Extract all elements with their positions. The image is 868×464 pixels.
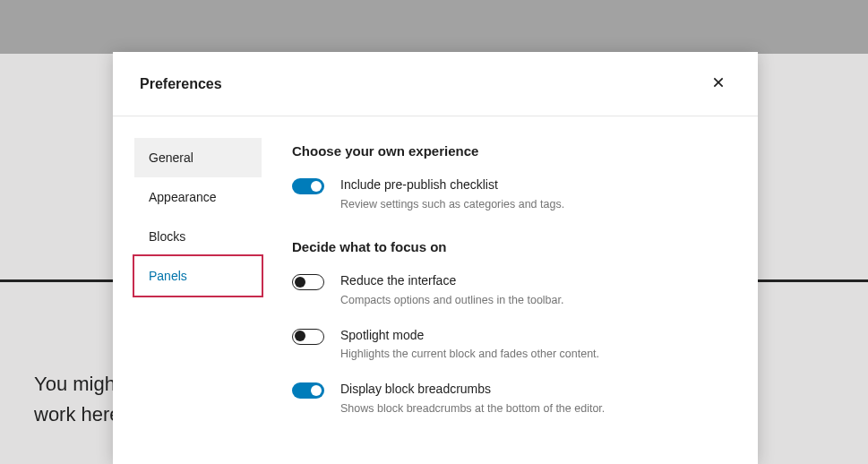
option-label: Display block breadcrumbs <box>340 381 605 399</box>
option-text: Display block breadcrumbs Shows block br… <box>340 381 605 417</box>
toggle-spotlight-mode[interactable] <box>292 329 324 345</box>
toggle-pre-publish[interactable] <box>292 178 324 194</box>
modal-title: Preferences <box>140 76 222 92</box>
toggle-reduce-interface[interactable] <box>292 274 324 290</box>
close-button[interactable] <box>706 70 731 98</box>
background-header-bar <box>0 0 868 54</box>
option-description: Review settings such as categories and t… <box>340 196 564 213</box>
option-label: Include pre-publish checklist <box>340 176 564 194</box>
tabs-nav: General Appearance Blocks Panels <box>113 116 274 464</box>
tab-general[interactable]: General <box>134 138 262 177</box>
option-reduce-interface: Reduce the interface Compacts options an… <box>292 272 722 308</box>
background-text: You migh work here <box>34 369 121 430</box>
tab-content: Choose your own experience Include pre-p… <box>274 116 758 464</box>
preferences-modal: Preferences General Appearance Blocks Pa… <box>113 52 758 464</box>
option-text: Reduce the interface Compacts options an… <box>340 272 563 308</box>
option-pre-publish: Include pre-publish checklist Review set… <box>292 176 722 212</box>
option-description: Shows block breadcrumbs at the bottom of… <box>340 400 605 417</box>
modal-body: General Appearance Blocks Panels Choose … <box>113 116 758 464</box>
tab-appearance[interactable]: Appearance <box>134 177 262 217</box>
tab-panels[interactable]: Panels <box>134 256 262 296</box>
option-label: Spotlight mode <box>340 327 599 345</box>
option-text: Include pre-publish checklist Review set… <box>340 176 564 212</box>
tab-blocks[interactable]: Blocks <box>134 217 262 256</box>
close-icon <box>711 75 726 92</box>
section-heading-focus: Decide what to focus on <box>292 239 722 254</box>
option-block-breadcrumbs: Display block breadcrumbs Shows block br… <box>292 381 722 417</box>
toggle-block-breadcrumbs[interactable] <box>292 382 324 399</box>
option-label: Reduce the interface <box>340 272 563 290</box>
option-description: Compacts options and outlines in the too… <box>340 292 563 309</box>
section-heading-experience: Choose your own experience <box>292 143 722 159</box>
option-text: Spotlight mode Highlights the current bl… <box>340 327 599 363</box>
modal-header: Preferences <box>113 52 758 116</box>
background-text-line-1: You migh <box>34 369 121 400</box>
option-description: Highlights the current block and fades o… <box>340 346 599 363</box>
background-text-line-2: work here <box>34 400 121 430</box>
option-spotlight-mode: Spotlight mode Highlights the current bl… <box>292 327 722 363</box>
